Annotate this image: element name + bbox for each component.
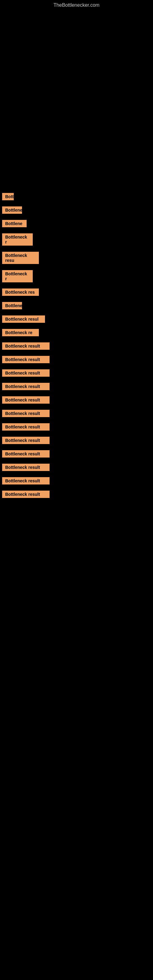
bottleneck-result-badge[interactable]: Bottle — [2, 193, 14, 200]
result-row: Bottleneck r — [0, 270, 153, 283]
result-row: Bottleneck result — [0, 369, 153, 377]
result-row: Bottleneck result — [0, 437, 153, 445]
bottleneck-result-badge[interactable]: Bottleneck result — [2, 450, 49, 458]
bottleneck-result-badge[interactable]: Bottleneck result — [2, 491, 49, 498]
result-row: Bottleneck res — [0, 288, 153, 296]
result-row: Bottleneck resul — [0, 315, 153, 323]
result-row: Bottlene — [0, 220, 153, 228]
bottleneck-result-badge[interactable]: Bottleneck re — [2, 329, 39, 336]
bottleneck-result-badge[interactable]: Bottleneck res — [2, 288, 39, 296]
bottleneck-result-badge[interactable]: Bottleneck result — [2, 464, 49, 471]
bottleneck-result-badge[interactable]: Bottleneck resu — [2, 252, 39, 264]
bottleneck-result-badge[interactable]: Bottleneck r — [2, 270, 33, 282]
bottleneck-result-badge[interactable]: Bottleneck result — [2, 410, 49, 417]
site-title: TheBottlenecker.com — [0, 0, 153, 9]
bottleneck-result-badge[interactable]: Bottleneck resul — [2, 315, 45, 323]
bottleneck-result-badge[interactable]: Bottleneck result — [2, 356, 49, 363]
result-row: Bottleneck result — [0, 423, 153, 431]
results-section: BottleBottleneckBottleneBottleneck rBott… — [0, 187, 153, 499]
bottleneck-result-badge[interactable]: Bottleneck result — [2, 477, 49, 485]
result-row: Bottleneck result — [0, 356, 153, 364]
result-row: Bottleneck result — [0, 464, 153, 472]
bottleneck-result-badge[interactable]: Bottleneck result — [2, 396, 49, 404]
result-row: Bottle — [0, 193, 153, 201]
bottleneck-result-badge[interactable]: Bottleneck result — [2, 423, 49, 431]
result-row: Bottleneck result — [0, 450, 153, 458]
bottleneck-result-badge[interactable]: Bottleneck — [2, 207, 22, 214]
result-row: Bottleneck r — [0, 233, 153, 246]
chart-area — [0, 9, 153, 187]
result-row: Bottleneck result — [0, 342, 153, 350]
bottleneck-result-badge[interactable]: Bottleneck result — [2, 342, 49, 350]
bottleneck-result-badge[interactable]: Bottleneck result — [2, 369, 49, 377]
result-row: Bottleneck — [0, 207, 153, 215]
result-row: Bottleneck result — [0, 410, 153, 418]
bottleneck-result-badge[interactable]: Bottleneck r — [2, 233, 33, 246]
bottleneck-result-badge[interactable]: Bottleneck result — [2, 437, 49, 444]
result-row: Bottleneck re — [0, 329, 153, 337]
result-row: Bottleneck — [0, 302, 153, 310]
result-row: Bottleneck result — [0, 491, 153, 499]
result-row: Bottleneck result — [0, 396, 153, 404]
bottleneck-result-badge[interactable]: Bottleneck — [2, 302, 22, 309]
result-row: Bottleneck resu — [0, 252, 153, 265]
bottleneck-result-badge[interactable]: Bottleneck result — [2, 383, 49, 390]
result-row: Bottleneck result — [0, 383, 153, 391]
bottleneck-result-badge[interactable]: Bottlene — [2, 220, 27, 227]
result-row: Bottleneck result — [0, 477, 153, 485]
